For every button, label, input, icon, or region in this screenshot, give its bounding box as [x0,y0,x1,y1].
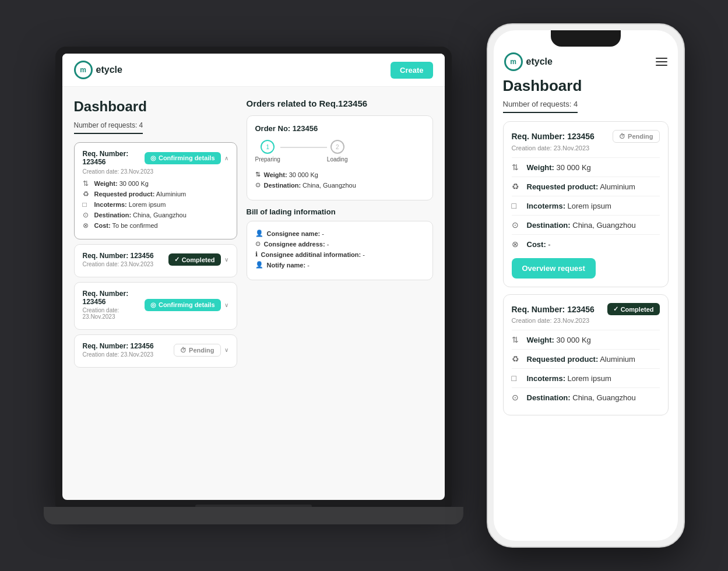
order-weight-icon: ⇅ [255,171,261,178]
status-badge-4: ⏱ Pending [174,344,220,357]
request-card-3[interactable]: Req. Number: 123456 Creation date: 23.No… [74,282,237,330]
chevron-icon-2: ∨ [224,256,228,263]
phone-incoterms-icon-1: □ [512,201,522,210]
phone-page-title: Dashboard [503,77,669,95]
laptop-main-content: Dashboard Number of requests: 4 Req. Num… [62,87,445,500]
laptop-screen-outer: m etycle Create Dashboard Number of requ… [55,47,452,507]
phone-cost-row-1: ⊗ Cost: - [512,239,660,249]
step-loading: 2 Loading [327,140,348,163]
ham-line-1 [656,58,667,59]
laptop-device: m etycle Create Dashboard Number of requ… [44,47,463,524]
phone-divider-2d [512,387,660,388]
req-cost-row-1: ⊗ Cost: To be confirmed [83,221,228,230]
orders-title: Orders related to Req.123456 [247,98,433,108]
laptop-logo: m etycle [74,61,122,79]
bill-card: 👤 Consignee name: - ⊙ Consignee address:… [247,221,433,280]
phone-product-row-2: ♻ Requested product: Aluminium [512,354,660,364]
chevron-icon-4: ∨ [224,347,228,353]
phone-logo-icon: m [504,52,523,71]
phone-weight-row-1: ⇅ Weight: 30 000 Kg [512,163,660,172]
phone-incoterms-row-2: □ Incoterms: Lorem ipsum [512,373,660,383]
scene: m etycle Create Dashboard Number of requ… [44,23,685,548]
page-title: Dashboard [74,98,237,115]
phone-product-icon-1: ♻ [512,182,522,191]
requests-count: Number of requests: 4 [74,121,143,134]
req-product-row-1: ♻ Requested product: Aluminium [83,190,228,198]
phone-device: m etycle Dashboard Number of requests: 4 [487,23,685,548]
pending-icon-4: ⏱ [180,347,187,354]
phone-destination-row-2: ⊙ Destination: China, Guangzhou [512,393,660,402]
confirming-icon-3: ◎ [150,301,156,309]
request-card-2[interactable]: Req. Number: 123456 Creation date: 23.No… [74,244,237,277]
phone-status-badge-1: ⏱ Pending [613,130,659,143]
phone-req-number-2: Req. Number: 123456 [512,305,595,314]
order-weight-row: ⇅ Weight: 30 000 Kg [255,171,424,178]
consignee-name-icon: 👤 [255,230,263,237]
phone-cost-icon-1: ⊗ [512,239,522,249]
req-date-1: Creation date: 23.Nov.2023 [83,168,228,175]
order-number: Order No: 123456 [255,124,424,133]
weight-icon-1: ⇅ [83,179,91,188]
phone-product-icon-2: ♻ [512,354,522,364]
request-card-1[interactable]: Req. Number: 123456 ◎ Confirming details… [74,142,237,239]
phone-divider-1d [512,215,660,216]
status-badge-1: ◎ Confirming details [145,152,221,164]
phone-request-card-1[interactable]: Req. Number: 123456 ⏱ Pending Creation d… [503,121,669,287]
notify-name-icon: 👤 [255,261,263,269]
laptop-topbar: m etycle Create [62,54,445,87]
step-label-1: Preparing [255,156,280,163]
req-card-header-3: Req. Number: 123456 Creation date: 23.No… [83,290,228,320]
phone-outer: m etycle Dashboard Number of requests: 4 [487,23,685,548]
confirming-icon: ◎ [150,154,156,162]
create-button[interactable]: Create [391,62,432,79]
req-number-1: Req. Number: 123456 [83,150,145,166]
phone-logo-name: etycle [526,57,553,67]
phone-logo: m etycle [504,52,553,71]
phone-divider-1e [512,234,660,235]
phone-incoterms-row-1: □ Incoterms: Lorem ipsum [512,201,660,210]
status-badge-3: ◎ Confirming details [145,299,221,311]
order-destination-row: ⊙ Destination: China, Guangzhou [255,181,424,189]
phone-req-number-1: Req. Number: 123456 [512,132,595,141]
order-destination-icon: ⊙ [255,181,261,189]
phone-completed-icon-2: ✓ [613,305,618,313]
completed-icon-2: ✓ [174,256,180,263]
consignee-address-icon: ⊙ [255,240,261,248]
req-weight-row-1: ⇅ Weight: 30 000 Kg [83,179,228,188]
request-card-4[interactable]: Req. Number: 123456 Creation date: 23.No… [74,334,237,368]
step-circle-1: 1 [261,140,275,154]
phone-notch [551,30,621,47]
phone-divider-2b [512,349,660,350]
order-card: Order No: 123456 1 Preparing 2 Loading [247,115,433,200]
hamburger-menu[interactable] [656,58,667,66]
req-number-4: Req. Number: 123456 [83,342,154,350]
ham-line-3 [656,65,667,66]
bill-consignee-name: 👤 Consignee name: - [255,230,424,237]
step-preparing: 1 Preparing [255,140,280,163]
consignee-info-icon: ℹ [255,251,258,258]
overview-request-button[interactable]: Overview request [512,258,596,279]
phone-req-header-1: Req. Number: 123456 ⏱ Pending [512,130,660,143]
bill-notify-name: 👤 Notify name: - [255,261,424,269]
bill-title: Bill of lading information [247,207,433,216]
phone-product-row-1: ♻ Requested product: Aluminium [512,182,660,191]
logo-icon: m [74,61,93,79]
req-date-3: Creation date: 23.Nov.2023 [83,307,145,320]
phone-destination-icon-2: ⊙ [512,393,522,402]
phone-topbar: m etycle [494,47,678,77]
phone-incoterms-icon-2: □ [512,373,522,383]
req-date-2: Creation date: 23.Nov.2023 [83,261,154,267]
req-card-header-1: Req. Number: 123456 ◎ Confirming details… [83,150,228,166]
phone-divider-2c [512,368,660,369]
phone-request-card-2[interactable]: Req. Number: 123456 ✓ Completed Creation… [503,294,669,415]
phone-requests-count: Number of requests: 4 [503,100,578,113]
step-label-2: Loading [327,156,348,163]
req-card-header-2: Req. Number: 123456 Creation date: 23.No… [83,252,228,267]
incoterms-icon-1: □ [83,200,91,209]
cost-icon-1: ⊗ [83,221,91,230]
progress-track: 1 Preparing 2 Loading [255,140,424,163]
right-panel: Orders related to Req.123456 Order No: 1… [247,98,433,488]
phone-status-badge-2: ✓ Completed [607,303,660,315]
chevron-icon-3: ∨ [224,302,228,308]
phone-divider-1 [512,157,660,158]
